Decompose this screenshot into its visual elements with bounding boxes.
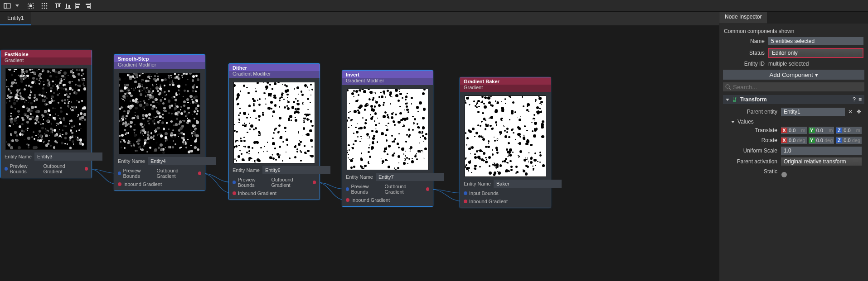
svg-rect-1 <box>4 4 6 8</box>
node-title: Smooth-Step <box>114 55 205 62</box>
static-label: Static <box>732 168 777 175</box>
help-icon[interactable]: ? <box>853 96 856 103</box>
svg-point-25 <box>726 85 729 88</box>
entity-name-field[interactable] <box>262 166 330 174</box>
toolbar-btn-align-left[interactable] <box>73 1 82 10</box>
node-title: Gradient Baker <box>460 77 551 85</box>
inspector-panel: Node Inspector Common components shown N… <box>719 12 868 281</box>
graph-canvas[interactable]: FastNoiseGradientEntity NamePreview Boun… <box>0 25 719 281</box>
search-input[interactable] <box>723 82 864 91</box>
parent-entity-field[interactable] <box>781 108 845 116</box>
menu-icon[interactable]: ≡ <box>858 96 862 103</box>
parent-activation-label: Parent activation <box>732 158 777 165</box>
uniform-scale-field[interactable] <box>781 147 862 155</box>
graph-node[interactable]: FastNoiseGradientEntity NamePreview Boun… <box>1 50 92 178</box>
entity-name-label: Entity Name <box>118 158 145 164</box>
port-in[interactable]: Preview Bounds <box>5 163 43 174</box>
entity-name-field[interactable] <box>494 180 562 188</box>
entity-name-field[interactable] <box>376 173 444 181</box>
transform-title: Transform <box>740 96 767 103</box>
inspector-tab[interactable]: Node Inspector <box>719 12 767 24</box>
svg-point-9 <box>46 5 48 6</box>
values-expander[interactable]: Values <box>731 119 863 125</box>
add-component-button[interactable]: Add Component ▾ <box>723 70 864 80</box>
node-title: Invert <box>342 71 433 78</box>
svg-rect-23 <box>86 4 90 5</box>
port-out[interactable]: Outbound Gradient <box>384 184 429 195</box>
svg-point-8 <box>44 5 45 6</box>
parent-activation-select[interactable]: Original relative transform <box>781 157 862 166</box>
node-subtitle: Gradient Modifier <box>229 71 320 78</box>
transform-section-header[interactable]: ⭿ Transform ? ≡ <box>723 95 864 104</box>
node-title: Dither <box>229 64 320 71</box>
port-in-extra[interactable]: Inbound Gradient <box>233 191 276 196</box>
entity-name-label: Entity Name <box>233 167 260 173</box>
entity-name-label: Entity Name <box>464 181 491 186</box>
node-preview <box>233 82 315 163</box>
node-preview <box>347 89 428 170</box>
port-in-extra[interactable]: Inbound Gradient <box>346 197 390 203</box>
node-title: FastNoise <box>1 50 92 57</box>
toolbar-btn-grid-dots[interactable] <box>40 1 49 10</box>
toolbar <box>0 0 868 12</box>
graph-node[interactable]: Smooth-StepGradient ModifierEntity NameP… <box>114 55 205 191</box>
graph-node[interactable]: DitherGradient ModifierEntity NamePrevie… <box>229 64 320 200</box>
svg-rect-0 <box>4 4 10 8</box>
node-preview <box>5 68 87 150</box>
uniform-scale-label: Uniform Scale <box>738 148 777 154</box>
node-subtitle: Gradient Modifier <box>342 78 433 85</box>
graph-node[interactable]: InvertGradient ModifierEntity NamePrevie… <box>342 71 433 206</box>
name-label: Name <box>724 38 765 44</box>
parent-entity-pick-icon[interactable]: ✥ <box>856 108 862 115</box>
toolbar-btn-align-bottom[interactable] <box>63 1 73 10</box>
port-in-extra[interactable]: Inbound Gradient <box>464 199 508 204</box>
port-in-extra[interactable]: Inbound Gradient <box>118 181 162 187</box>
svg-rect-21 <box>76 6 79 8</box>
port-out[interactable]: Outbound Gradient <box>271 177 316 188</box>
toolbar-btn-layout[interactable] <box>3 1 12 10</box>
parent-entity-label: Parent entity <box>732 109 777 115</box>
toolbar-btn-align-right[interactable] <box>83 1 92 10</box>
svg-point-12 <box>46 7 48 9</box>
rotate-vec3[interactable]: X0.0deg Y0.0deg Z0.0deg <box>781 137 862 144</box>
svg-rect-15 <box>58 4 60 7</box>
svg-rect-3 <box>29 5 32 7</box>
port-in[interactable]: Preview Bounds <box>118 168 156 179</box>
status-select[interactable]: Editor only <box>769 49 863 57</box>
svg-point-6 <box>46 3 48 4</box>
entity-name-label: Entity Name <box>5 154 32 159</box>
parent-entity-clear-icon[interactable]: ✕ <box>848 108 853 115</box>
status-label: Status <box>724 50 765 56</box>
common-components-note: Common components shown <box>724 28 863 34</box>
toolbar-btn-align-top[interactable] <box>53 1 63 10</box>
toolbar-dropdown-icon[interactable] <box>13 1 22 10</box>
toolbar-btn-frame[interactable] <box>26 1 35 10</box>
entity-name-field[interactable] <box>148 157 216 165</box>
graph-tab[interactable]: Entity1 <box>0 12 31 25</box>
port-in[interactable]: Preview Bounds <box>346 184 384 195</box>
svg-line-26 <box>729 88 731 90</box>
node-preview <box>119 73 200 154</box>
port-in[interactable]: Preview Bounds <box>233 177 271 188</box>
entityid-label: Entity ID <box>724 61 765 67</box>
entityid-value: multiple selected <box>768 61 863 67</box>
port-out[interactable]: Outbound Gradient <box>156 168 201 179</box>
svg-rect-18 <box>68 5 70 8</box>
svg-rect-24 <box>87 6 90 8</box>
node-preview <box>465 95 546 177</box>
search-icon <box>725 84 731 91</box>
port-in[interactable]: Input Bounds <box>464 191 499 196</box>
entity-name-field[interactable] <box>34 152 102 161</box>
translate-vec3[interactable]: X0.0m Y0.0m Z0.0m <box>781 127 862 134</box>
graph-pane: Entity1 FastNoiseGradientEntity NamePrev… <box>0 12 719 281</box>
node-subtitle: Gradient <box>460 85 551 92</box>
svg-point-5 <box>44 3 45 4</box>
graph-node[interactable]: Gradient BakerGradientEntity NameInput B… <box>460 77 551 208</box>
svg-point-7 <box>42 5 43 6</box>
port-out[interactable]: Outbound Gradient <box>43 163 88 174</box>
entity-name-label: Entity Name <box>346 174 373 180</box>
node-subtitle: Gradient Modifier <box>114 62 205 69</box>
name-field[interactable] <box>768 37 863 45</box>
svg-point-10 <box>42 7 43 9</box>
svg-rect-17 <box>66 4 67 8</box>
